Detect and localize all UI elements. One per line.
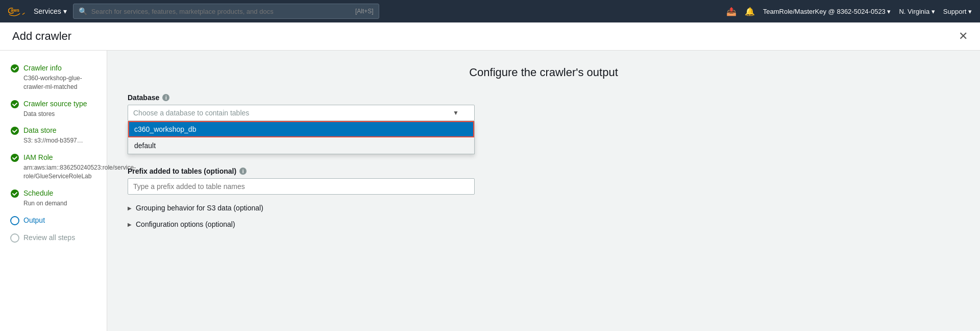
sidebar-item-schedule[interactable]: Schedule Run on demand [0,186,107,211]
pending-icon [10,233,19,243]
sidebar-item-output[interactable]: Output [0,213,107,228]
completed-icon [10,64,19,73]
database-dropdown-wrapper: Choose a database to contain tables ▼ c3… [128,105,475,121]
database-label: Database i [128,93,960,102]
sidebar-label-data-store: Data store [23,126,57,134]
close-button[interactable]: ✕ [959,30,968,43]
nav-right-section: 📤 🔔 TeamRole/MasterKey @ 8362-5024-0523 … [726,7,972,16]
sidebar-label-review-all-steps: Review all steps [23,233,75,242]
grouping-expand[interactable]: ▶ Grouping behavior for S3 data (optiona… [128,204,960,212]
search-icon: 🔍 [79,7,87,15]
main-layout: Crawler info C360-workshop-glue-crawler-… [0,51,980,331]
completed-icon-5 [10,189,19,198]
search-input[interactable] [91,8,351,15]
top-navigation: aws Services ▾ 🔍 [Alt+S] 📤 🔔 TeamRole/Ma… [0,0,980,22]
completed-icon-2 [10,100,19,109]
sidebar-label-crawler-source-type: Crawler source type [23,100,87,108]
completed-icon-4 [10,153,19,162]
user-menu[interactable]: TeamRole/MasterKey @ 8362-5024-0523 ▾ [763,8,891,15]
sidebar-item-review-all-steps[interactable]: Review all steps [0,230,107,246]
sidebar-item-data-store[interactable]: Data store S3: s3://mod-b3597… [0,123,107,148]
sidebar-sub-data-store: S3: s3://mod-b3597… [23,136,96,145]
sidebar-sub-schedule: Run on demand [23,199,96,208]
sidebar-item-crawler-info[interactable]: Crawler info C360-workshop-glue-crawler-… [0,61,107,94]
services-chevron-icon: ▾ [63,7,67,15]
prefix-label: Prefix added to tables (optional) i [128,167,960,175]
dropdown-option-c360[interactable]: c360_workshop_db [128,121,474,137]
database-info-icon[interactable]: i [162,94,169,101]
user-chevron-icon: ▾ [887,8,891,15]
notifications-icon[interactable]: 📤 [726,7,737,16]
svg-text:aws: aws [11,8,19,13]
bell-icon[interactable]: 🔔 [745,7,755,16]
database-dropdown-trigger[interactable]: Choose a database to contain tables ▼ [128,105,475,121]
svg-point-1 [11,64,19,73]
section-title: Configure the crawler's output [128,66,960,79]
svg-point-3 [11,127,19,135]
svg-point-5 [11,190,19,198]
config-expand-arrow-icon: ▶ [128,222,132,227]
search-shortcut: [Alt+S] [355,8,374,15]
svg-point-7 [11,234,19,242]
search-bar[interactable]: 🔍 [Alt+S] [73,4,379,19]
sidebar-item-crawler-source-type[interactable]: Crawler source type Data stores [0,97,107,122]
main-content: Configure the crawler's output Database … [107,51,980,331]
completed-icon-3 [10,126,19,135]
sidebar-label-iam-role: IAM Role [23,153,53,161]
aws-logo: aws [8,5,28,17]
svg-point-6 [11,217,19,225]
database-form-group: Database i Choose a database to contain … [128,93,960,121]
prefix-input[interactable] [128,178,475,195]
sidebar-sub-crawler-source-type: Data stores [23,110,96,119]
region-menu[interactable]: N. Virginia ▾ [899,8,935,15]
page-header: Add crawler ✕ [0,22,980,51]
sidebar-label-output: Output [23,216,45,224]
services-menu[interactable]: Services ▾ [34,7,67,15]
prefix-info-icon[interactable]: i [239,168,247,175]
prefix-form-group: Prefix added to tables (optional) i [128,167,960,195]
active-icon [10,216,19,225]
dropdown-option-default[interactable]: default [128,137,474,154]
support-chevron-icon: ▾ [968,8,972,15]
sidebar-label-schedule: Schedule [23,189,53,197]
database-dropdown-menu: c360_workshop_db default [128,121,475,154]
page-title: Add crawler [12,30,71,43]
sidebar-label-crawler-info: Crawler info [23,64,62,72]
sidebar-item-iam-role[interactable]: IAM Role arn:aws:iam::836250240523:role/… [0,150,107,184]
sidebar: Crawler info C360-workshop-glue-crawler-… [0,51,107,331]
region-chevron-icon: ▾ [932,8,935,15]
dropdown-caret-icon: ▼ [453,109,459,116]
grouping-expand-arrow-icon: ▶ [128,205,132,211]
support-menu[interactable]: Support ▾ [943,8,972,15]
config-expand[interactable]: ▶ Configuration options (optional) [128,220,960,228]
sidebar-sub-iam-role: arn:aws:iam::836250240523:role/service-r… [23,163,96,181]
svg-point-2 [11,100,19,108]
svg-point-4 [11,154,19,162]
sidebar-sub-crawler-info: C360-workshop-glue-crawler-ml-matched [23,74,96,91]
